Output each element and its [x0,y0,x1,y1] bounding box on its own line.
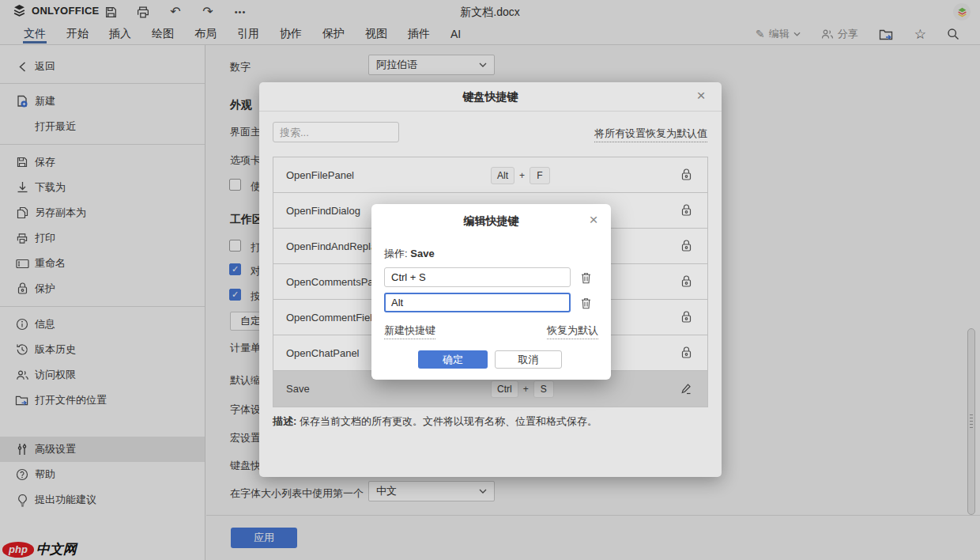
delete-shortcut-icon[interactable] [579,296,592,310]
app-window: ONLYOFFICE ↶ ↷ ••• 新文档.docx 文件 开始 插入 绘图 … [0,0,980,560]
cancel-button[interactable]: 取消 [495,350,562,369]
delete-shortcut-icon[interactable] [579,271,592,285]
action-label: 操作: [384,248,408,259]
shortcut-input-2-focused[interactable] [384,293,571,312]
button-label: 确定 [443,353,463,367]
action-line: 操作: Save [384,247,435,261]
action-value: Save [410,248,434,259]
new-shortcut-link[interactable]: 新建快捷键 [384,324,435,339]
edit-shortcut-dialog: 编辑快捷键 × 操作: Save 新建快捷键 恢复为默认 确定 取消 [371,204,611,380]
button-label: 取消 [518,353,539,367]
close-icon[interactable]: × [584,210,603,229]
restore-default-link[interactable]: 恢复为默认 [547,324,598,339]
dialog-title: 编辑快捷键 [371,214,611,229]
ok-button[interactable]: 确定 [418,350,488,369]
shortcut-input-1[interactable] [384,267,571,287]
